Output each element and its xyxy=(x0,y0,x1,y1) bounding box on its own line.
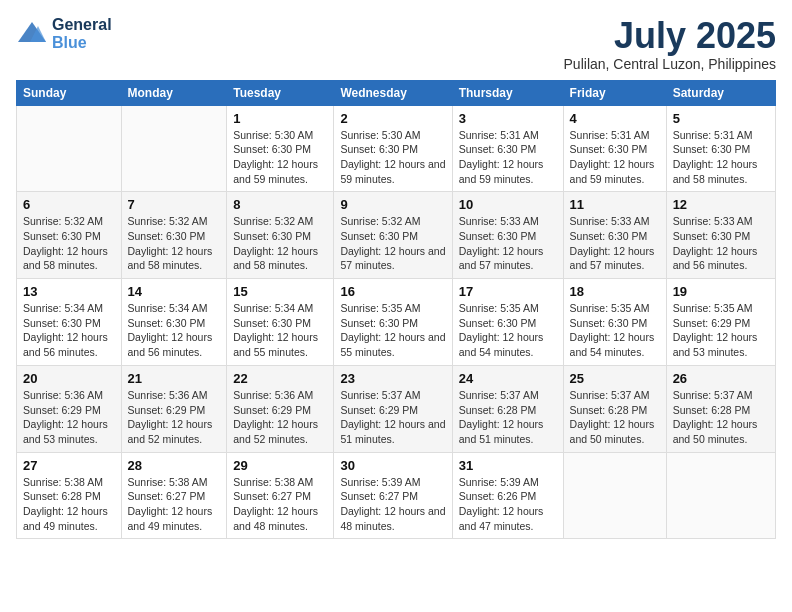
calendar-cell: 8Sunrise: 5:32 AM Sunset: 6:30 PM Daylig… xyxy=(227,192,334,279)
week-row: 1Sunrise: 5:30 AM Sunset: 6:30 PM Daylig… xyxy=(17,105,776,192)
calendar-cell: 19Sunrise: 5:35 AM Sunset: 6:29 PM Dayli… xyxy=(666,279,775,366)
day-detail: Sunrise: 5:30 AM Sunset: 6:30 PM Dayligh… xyxy=(233,128,327,187)
day-detail: Sunrise: 5:34 AM Sunset: 6:30 PM Dayligh… xyxy=(233,301,327,360)
calendar-cell: 31Sunrise: 5:39 AM Sunset: 6:26 PM Dayli… xyxy=(452,452,563,539)
calendar-cell: 28Sunrise: 5:38 AM Sunset: 6:27 PM Dayli… xyxy=(121,452,227,539)
day-detail: Sunrise: 5:32 AM Sunset: 6:30 PM Dayligh… xyxy=(23,214,115,273)
day-detail: Sunrise: 5:35 AM Sunset: 6:29 PM Dayligh… xyxy=(673,301,769,360)
calendar-cell: 13Sunrise: 5:34 AM Sunset: 6:30 PM Dayli… xyxy=(17,279,122,366)
week-row: 20Sunrise: 5:36 AM Sunset: 6:29 PM Dayli… xyxy=(17,365,776,452)
day-detail: Sunrise: 5:31 AM Sunset: 6:30 PM Dayligh… xyxy=(673,128,769,187)
day-number: 29 xyxy=(233,458,327,473)
logo-icon xyxy=(16,20,48,44)
col-header-tuesday: Tuesday xyxy=(227,80,334,105)
calendar-cell: 1Sunrise: 5:30 AM Sunset: 6:30 PM Daylig… xyxy=(227,105,334,192)
day-number: 28 xyxy=(128,458,221,473)
day-number: 5 xyxy=(673,111,769,126)
calendar-cell: 12Sunrise: 5:33 AM Sunset: 6:30 PM Dayli… xyxy=(666,192,775,279)
col-header-saturday: Saturday xyxy=(666,80,775,105)
month-year: July 2025 xyxy=(564,16,776,56)
calendar-cell: 24Sunrise: 5:37 AM Sunset: 6:28 PM Dayli… xyxy=(452,365,563,452)
calendar-cell: 5Sunrise: 5:31 AM Sunset: 6:30 PM Daylig… xyxy=(666,105,775,192)
calendar-cell: 29Sunrise: 5:38 AM Sunset: 6:27 PM Dayli… xyxy=(227,452,334,539)
day-number: 31 xyxy=(459,458,557,473)
day-detail: Sunrise: 5:34 AM Sunset: 6:30 PM Dayligh… xyxy=(128,301,221,360)
col-header-thursday: Thursday xyxy=(452,80,563,105)
calendar-cell: 18Sunrise: 5:35 AM Sunset: 6:30 PM Dayli… xyxy=(563,279,666,366)
day-detail: Sunrise: 5:36 AM Sunset: 6:29 PM Dayligh… xyxy=(128,388,221,447)
day-detail: Sunrise: 5:35 AM Sunset: 6:30 PM Dayligh… xyxy=(340,301,445,360)
day-number: 19 xyxy=(673,284,769,299)
logo-general: General xyxy=(52,16,112,34)
day-detail: Sunrise: 5:33 AM Sunset: 6:30 PM Dayligh… xyxy=(673,214,769,273)
day-number: 27 xyxy=(23,458,115,473)
calendar-cell xyxy=(666,452,775,539)
day-detail: Sunrise: 5:35 AM Sunset: 6:30 PM Dayligh… xyxy=(570,301,660,360)
day-number: 30 xyxy=(340,458,445,473)
day-number: 11 xyxy=(570,197,660,212)
day-number: 16 xyxy=(340,284,445,299)
calendar-cell: 21Sunrise: 5:36 AM Sunset: 6:29 PM Dayli… xyxy=(121,365,227,452)
calendar-cell: 3Sunrise: 5:31 AM Sunset: 6:30 PM Daylig… xyxy=(452,105,563,192)
day-number: 24 xyxy=(459,371,557,386)
day-number: 10 xyxy=(459,197,557,212)
day-number: 12 xyxy=(673,197,769,212)
col-header-sunday: Sunday xyxy=(17,80,122,105)
calendar-cell: 4Sunrise: 5:31 AM Sunset: 6:30 PM Daylig… xyxy=(563,105,666,192)
day-detail: Sunrise: 5:37 AM Sunset: 6:28 PM Dayligh… xyxy=(673,388,769,447)
title-block: July 2025 Pulilan, Central Luzon, Philip… xyxy=(564,16,776,72)
calendar-cell: 27Sunrise: 5:38 AM Sunset: 6:28 PM Dayli… xyxy=(17,452,122,539)
day-number: 1 xyxy=(233,111,327,126)
day-number: 21 xyxy=(128,371,221,386)
calendar-cell: 23Sunrise: 5:37 AM Sunset: 6:29 PM Dayli… xyxy=(334,365,452,452)
day-number: 2 xyxy=(340,111,445,126)
day-number: 14 xyxy=(128,284,221,299)
col-header-friday: Friday xyxy=(563,80,666,105)
calendar-cell xyxy=(121,105,227,192)
day-detail: Sunrise: 5:32 AM Sunset: 6:30 PM Dayligh… xyxy=(233,214,327,273)
calendar-cell xyxy=(563,452,666,539)
day-number: 13 xyxy=(23,284,115,299)
calendar-cell: 11Sunrise: 5:33 AM Sunset: 6:30 PM Dayli… xyxy=(563,192,666,279)
day-detail: Sunrise: 5:31 AM Sunset: 6:30 PM Dayligh… xyxy=(570,128,660,187)
day-detail: Sunrise: 5:39 AM Sunset: 6:27 PM Dayligh… xyxy=(340,475,445,534)
day-number: 18 xyxy=(570,284,660,299)
day-detail: Sunrise: 5:30 AM Sunset: 6:30 PM Dayligh… xyxy=(340,128,445,187)
day-number: 6 xyxy=(23,197,115,212)
calendar-cell xyxy=(17,105,122,192)
day-number: 4 xyxy=(570,111,660,126)
day-number: 3 xyxy=(459,111,557,126)
day-number: 15 xyxy=(233,284,327,299)
calendar-cell: 9Sunrise: 5:32 AM Sunset: 6:30 PM Daylig… xyxy=(334,192,452,279)
calendar-cell: 14Sunrise: 5:34 AM Sunset: 6:30 PM Dayli… xyxy=(121,279,227,366)
day-number: 9 xyxy=(340,197,445,212)
calendar-cell: 17Sunrise: 5:35 AM Sunset: 6:30 PM Dayli… xyxy=(452,279,563,366)
day-number: 20 xyxy=(23,371,115,386)
col-header-monday: Monday xyxy=(121,80,227,105)
day-detail: Sunrise: 5:37 AM Sunset: 6:29 PM Dayligh… xyxy=(340,388,445,447)
day-detail: Sunrise: 5:38 AM Sunset: 6:28 PM Dayligh… xyxy=(23,475,115,534)
day-detail: Sunrise: 5:32 AM Sunset: 6:30 PM Dayligh… xyxy=(128,214,221,273)
day-detail: Sunrise: 5:37 AM Sunset: 6:28 PM Dayligh… xyxy=(459,388,557,447)
header-row: SundayMondayTuesdayWednesdayThursdayFrid… xyxy=(17,80,776,105)
day-detail: Sunrise: 5:38 AM Sunset: 6:27 PM Dayligh… xyxy=(233,475,327,534)
day-detail: Sunrise: 5:39 AM Sunset: 6:26 PM Dayligh… xyxy=(459,475,557,534)
logo: General Blue xyxy=(16,16,112,51)
day-number: 25 xyxy=(570,371,660,386)
week-row: 6Sunrise: 5:32 AM Sunset: 6:30 PM Daylig… xyxy=(17,192,776,279)
calendar-cell: 30Sunrise: 5:39 AM Sunset: 6:27 PM Dayli… xyxy=(334,452,452,539)
calendar-cell: 16Sunrise: 5:35 AM Sunset: 6:30 PM Dayli… xyxy=(334,279,452,366)
calendar-cell: 26Sunrise: 5:37 AM Sunset: 6:28 PM Dayli… xyxy=(666,365,775,452)
calendar-cell: 15Sunrise: 5:34 AM Sunset: 6:30 PM Dayli… xyxy=(227,279,334,366)
day-number: 7 xyxy=(128,197,221,212)
day-detail: Sunrise: 5:37 AM Sunset: 6:28 PM Dayligh… xyxy=(570,388,660,447)
calendar-table: SundayMondayTuesdayWednesdayThursdayFrid… xyxy=(16,80,776,540)
day-number: 17 xyxy=(459,284,557,299)
day-detail: Sunrise: 5:34 AM Sunset: 6:30 PM Dayligh… xyxy=(23,301,115,360)
calendar-cell: 20Sunrise: 5:36 AM Sunset: 6:29 PM Dayli… xyxy=(17,365,122,452)
week-row: 13Sunrise: 5:34 AM Sunset: 6:30 PM Dayli… xyxy=(17,279,776,366)
day-number: 8 xyxy=(233,197,327,212)
day-number: 26 xyxy=(673,371,769,386)
col-header-wednesday: Wednesday xyxy=(334,80,452,105)
day-detail: Sunrise: 5:32 AM Sunset: 6:30 PM Dayligh… xyxy=(340,214,445,273)
